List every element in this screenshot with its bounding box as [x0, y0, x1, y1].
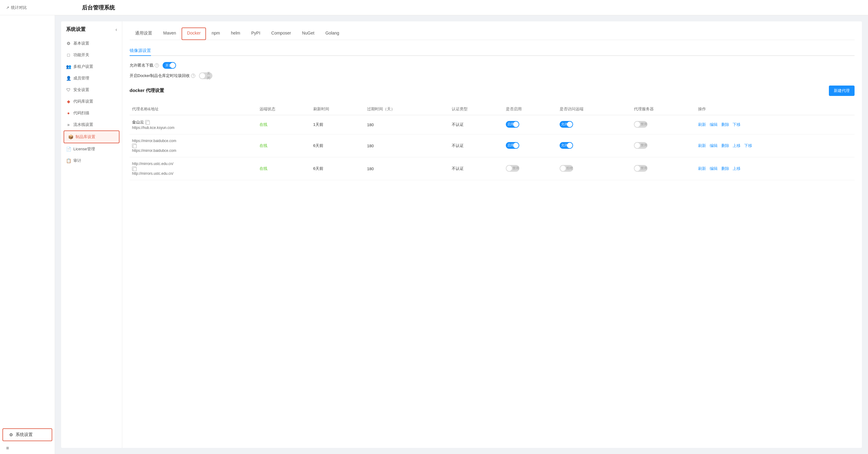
row1-action-down[interactable]: 下移 — [733, 122, 741, 127]
row1-expire-days: 180 — [365, 115, 449, 134]
col-header-auth-type: 认证类型 — [449, 103, 503, 115]
row1-proxy-server-toggle[interactable]: 禁用 — [634, 121, 647, 128]
col-header-allow-remote: 是否访问远端 — [557, 103, 632, 115]
sidebar-item-label-basic: 基本设置 — [73, 41, 89, 46]
pipeline-icon: » — [66, 122, 71, 127]
new-proxy-button[interactable]: 新建代理 — [829, 86, 855, 96]
copy-icon[interactable] — [145, 120, 150, 124]
anonymous-download-help-icon[interactable]: ? — [155, 63, 159, 67]
row2-remote-status: 在线 — [257, 134, 311, 157]
tab-helm[interactable]: helm — [225, 28, 246, 40]
breadcrumb-icon: ↗ — [6, 5, 9, 10]
anonymous-download-toggle[interactable]: 开启 — [163, 62, 176, 69]
row3-proxy-server-toggle[interactable]: 禁用 — [634, 165, 647, 172]
main-content: 系统设置 ‹ ⚙ 基本设置 □ 功能开关 👥 多租户设置 👤 成员管理 — [55, 15, 868, 454]
sidebar-item-scan[interactable]: ● 代码扫描 — [61, 107, 122, 119]
page-title: 后台管理系统 — [82, 4, 115, 11]
proxy-table-header-row: 代理名称&地址 远端状态 刷新时间 过期时间（天） 认证类型 是否启用 是否访问… — [130, 103, 855, 115]
row2-action-edit[interactable]: 编辑 — [710, 143, 718, 148]
tab-npm[interactable]: npm — [206, 28, 225, 40]
row3-name-cell: http://mirrors.ustc.edu.cn/ http://mirro… — [130, 157, 257, 180]
tab-general[interactable]: 通用设置 — [130, 28, 158, 40]
row1-refresh-time: 1天前 — [311, 115, 365, 134]
sidebar-item-security[interactable]: 🛡 安全设置 — [61, 84, 122, 96]
row2-action-down[interactable]: 下移 — [744, 143, 752, 148]
sidebar-item-pipeline[interactable]: » 流水线设置 — [61, 119, 122, 130]
tab-pypi[interactable]: PyPI — [246, 28, 266, 40]
col-header-proxy-server: 代理服务器 — [631, 103, 695, 115]
row1-enabled-toggle[interactable]: 启用 — [506, 121, 519, 128]
row3-enabled-toggle[interactable]: 禁用 — [506, 165, 519, 172]
sidebar-item-tenant[interactable]: 👥 多租户设置 — [61, 61, 122, 72]
row2-allow-remote: 允许 — [557, 134, 632, 157]
sub-tabs: 镜像源设置 — [130, 46, 855, 56]
tab-docker[interactable]: Docker — [182, 28, 206, 40]
col-header-actions: 操作 — [695, 103, 855, 115]
tab-nuget[interactable]: NuGet — [297, 28, 320, 40]
row2-expire-days: 180 — [365, 134, 449, 157]
row2-action-delete[interactable]: 删除 — [721, 143, 729, 148]
sub-tab-mirror[interactable]: 镜像源设置 — [130, 46, 151, 56]
sidebar-item-license[interactable]: 📄 License管理 — [61, 143, 122, 155]
system-settings-label: 系统设置 — [16, 432, 33, 437]
row3-action-up[interactable]: 上移 — [733, 166, 741, 171]
tab-composer[interactable]: Composer — [266, 28, 297, 40]
row3-enabled: 禁用 — [503, 157, 557, 180]
row3-actions: 刷新 编辑 删除 上移 — [695, 157, 855, 180]
table-row: https://mirror.baidubce.com https://mirr… — [130, 134, 855, 157]
tab-golang[interactable]: Golang — [320, 28, 345, 40]
tab-maven[interactable]: Maven — [158, 28, 182, 40]
copy-icon[interactable] — [132, 166, 136, 171]
repo-icon: ◆ — [66, 99, 71, 104]
garbage-collection-help-icon[interactable]: ? — [191, 74, 195, 78]
breadcrumb-area: ↗ 统计对比 — [6, 5, 27, 10]
row3-allow-remote: 拒绝 — [557, 157, 632, 180]
breadcrumb-text[interactable]: 统计对比 — [11, 5, 27, 10]
sidebar-item-label-license: License管理 — [73, 147, 95, 152]
row1-action-edit[interactable]: 编辑 — [710, 122, 718, 127]
sidebar-item-audit[interactable]: 📋 审计 — [61, 155, 122, 166]
row1-proxy-server: 禁用 — [631, 115, 695, 134]
row2-enabled-toggle[interactable]: 启用 — [506, 142, 519, 149]
sidebar: 系统设置 ‹ ⚙ 基本设置 □ 功能开关 👥 多租户设置 👤 成员管理 — [61, 21, 122, 448]
member-icon: 👤 — [66, 76, 71, 80]
row1-action-delete[interactable]: 删除 — [721, 122, 729, 127]
copy-icon[interactable] — [132, 143, 136, 148]
security-icon: 🛡 — [66, 87, 71, 92]
row3-action-delete[interactable]: 删除 — [721, 166, 729, 171]
row2-name-cell: https://mirror.baidubce.com https://mirr… — [130, 134, 257, 157]
row2-allow-remote-toggle[interactable]: 允许 — [560, 142, 573, 149]
main-tabs: 通用设置 Maven Docker npm helm PyPI Composer… — [130, 28, 855, 40]
basic-settings-icon: ⚙ — [66, 41, 71, 46]
row3-allow-remote-toggle[interactable]: 拒绝 — [560, 165, 573, 172]
sidebar-item-feature[interactable]: □ 功能开关 — [61, 49, 122, 61]
col-header-enabled: 是否启用 — [503, 103, 557, 115]
col-header-name: 代理名称&地址 — [130, 103, 257, 115]
system-settings-nav-item[interactable]: ⚙ 系统设置 — [2, 428, 52, 441]
row1-allow-remote-toggle[interactable]: 允许 — [560, 121, 573, 128]
row3-remote-status: 在线 — [257, 157, 311, 180]
row3-action-refresh[interactable]: 刷新 — [698, 166, 706, 171]
anonymous-download-setting: 允许匿名下载 ? 开启 — [130, 62, 855, 69]
sidebar-item-artifact[interactable]: 📦 制品库设置 — [64, 130, 120, 143]
top-bar: ↗ 统计对比 后台管理系统 — [0, 0, 868, 15]
row3-action-edit[interactable]: 编辑 — [710, 166, 718, 171]
sidebar-item-label-artifact: 制品库设置 — [75, 134, 95, 140]
row2-proxy-server-toggle[interactable]: 禁用 — [634, 142, 647, 149]
col-header-expire-days: 过期时间（天） — [365, 103, 449, 115]
hamburger-icon[interactable]: ≡ — [0, 443, 55, 454]
sidebar-item-member[interactable]: 👤 成员管理 — [61, 72, 122, 84]
row1-action-refresh[interactable]: 刷新 — [698, 122, 706, 127]
content-area: 通用设置 Maven Docker npm helm PyPI Composer… — [122, 21, 862, 448]
row2-action-refresh[interactable]: 刷新 — [698, 143, 706, 148]
sidebar-item-repo[interactable]: ◆ 代码库设置 — [61, 96, 122, 107]
table-row: 金山云 https://hub.kce.ksyun.com 在线 1天前 180… — [130, 115, 855, 134]
row1-enabled: 启用 — [503, 115, 557, 134]
sidebar-item-basic[interactable]: ⚙ 基本设置 — [61, 38, 122, 49]
sidebar-panel: 系统设置 ‹ ⚙ 基本设置 □ 功能开关 👥 多租户设置 👤 成员管理 — [61, 21, 862, 448]
row1-remote-status: 在线 — [257, 115, 311, 134]
table-row: http://mirrors.ustc.edu.cn/ http://mirro… — [130, 157, 855, 180]
row2-action-up[interactable]: 上移 — [733, 143, 741, 148]
sidebar-collapse-icon[interactable]: ‹ — [116, 27, 117, 32]
garbage-collection-toggle[interactable]: 关闭 — [199, 72, 212, 79]
